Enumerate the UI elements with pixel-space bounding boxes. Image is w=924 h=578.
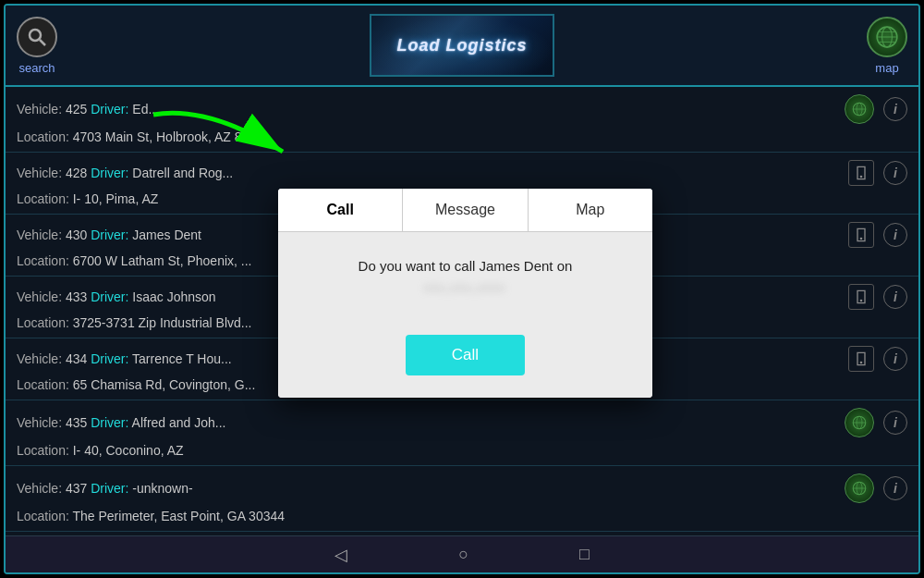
header: search Load Logistics map (6, 6, 918, 87)
tab-map[interactable]: Map (529, 189, 652, 231)
map-button[interactable]: map (867, 17, 907, 75)
svg-line-1 (40, 40, 45, 45)
bottom-nav: ◁ ○ □ (6, 535, 918, 572)
app-logo: Load Logistics (370, 14, 554, 77)
modal-question: Do you want to call James Dent on (297, 258, 634, 274)
map-icon (867, 17, 907, 57)
call-modal: Call Message Map Do you want to call Jam… (278, 189, 652, 398)
modal-call-button[interactable]: Call (406, 335, 525, 375)
search-icon (17, 17, 57, 57)
map-label: map (875, 61, 898, 75)
search-label: search (18, 61, 55, 75)
back-button[interactable]: ◁ (334, 545, 347, 565)
tab-call[interactable]: Call (278, 189, 403, 231)
modal-phone: ***-***-**** (297, 283, 634, 298)
modal-tabs: Call Message Map (278, 189, 652, 232)
home-button[interactable]: ○ (458, 545, 468, 564)
recent-button[interactable]: □ (579, 545, 590, 564)
modal-overlay: Call Message Map Do you want to call Jam… (6, 87, 918, 535)
main-content: Vehicle: 425 Driver: Ed... i Lo (6, 87, 918, 535)
search-button[interactable]: search (17, 17, 57, 75)
tab-message[interactable]: Message (403, 189, 528, 231)
svg-point-0 (30, 30, 41, 41)
modal-body: Do you want to call James Dent on ***-**… (278, 232, 652, 398)
logo-text: Load Logistics (396, 36, 527, 55)
